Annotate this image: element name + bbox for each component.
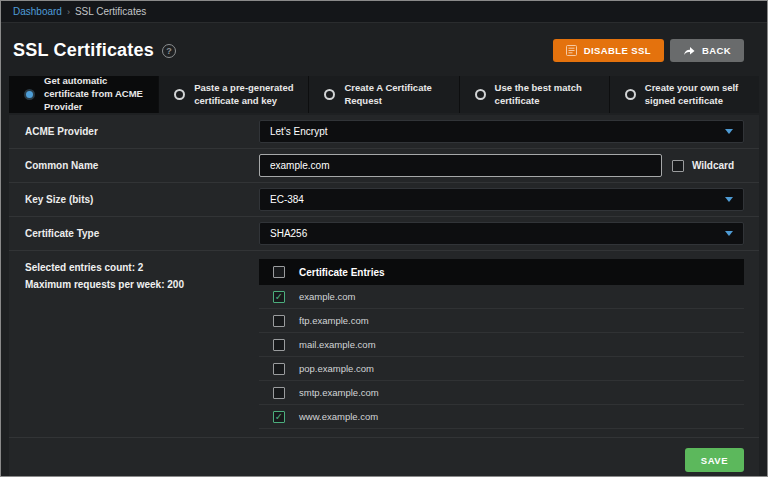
certificate-type-row: Certificate Type SHA256 bbox=[9, 217, 759, 251]
wildcard-checkbox[interactable] bbox=[672, 160, 684, 172]
help-icon[interactable]: ? bbox=[162, 44, 176, 58]
certificate-type-value: SHA256 bbox=[270, 228, 307, 239]
tab-acme-provider[interactable]: Get automatic certificate from ACME Prov… bbox=[9, 76, 159, 113]
tab-label: Paste a pre-generated certificate and ke… bbox=[194, 82, 300, 108]
ssl-form-panel: ACME Provider Let's Encrypt Common Name … bbox=[9, 115, 759, 477]
selected-entries-count: Selected entries count: 2 bbox=[25, 259, 259, 276]
table-row: ftp.example.com bbox=[259, 309, 744, 333]
key-size-label: Key Size (bits) bbox=[25, 194, 259, 205]
breadcrumb-current: SSL Certificates bbox=[75, 6, 146, 17]
table-row: www.example.com bbox=[259, 405, 744, 429]
row-checkbox[interactable] bbox=[273, 411, 285, 423]
row-checkbox[interactable] bbox=[273, 387, 285, 399]
tab-certificate-request[interactable]: Create A Certificate Request bbox=[309, 76, 459, 113]
table-row: smtp.example.com bbox=[259, 381, 744, 405]
breadcrumb-dashboard-link[interactable]: Dashboard bbox=[13, 6, 62, 17]
table-header-row: Certificate Entries bbox=[259, 259, 744, 285]
row-checkbox[interactable] bbox=[273, 315, 285, 327]
tab-best-match[interactable]: Use the best match certificate bbox=[460, 76, 610, 113]
certificate-entries-table: Certificate Entries example.com ftp.exam… bbox=[259, 259, 744, 429]
entry-name: mail.example.com bbox=[299, 339, 376, 350]
tab-label: Create A Certificate Request bbox=[344, 82, 450, 108]
form-footer: SAVE bbox=[9, 438, 759, 477]
disable-ssl-label: DISABLE SSL bbox=[584, 45, 651, 56]
row-checkbox[interactable] bbox=[273, 339, 285, 351]
chevron-down-icon bbox=[725, 197, 733, 202]
radio-unselected-icon bbox=[174, 89, 185, 100]
page-title: SSL Certificates bbox=[13, 40, 154, 61]
back-label: BACK bbox=[702, 45, 731, 56]
entry-name: example.com bbox=[299, 291, 356, 302]
entry-name: pop.example.com bbox=[299, 363, 374, 374]
chevron-down-icon bbox=[725, 231, 733, 236]
table-row: example.com bbox=[259, 285, 744, 309]
acme-provider-label: ACME Provider bbox=[25, 126, 259, 137]
row-checkbox[interactable] bbox=[273, 291, 285, 303]
select-all-checkbox[interactable] bbox=[273, 266, 285, 278]
radio-unselected-icon bbox=[324, 89, 335, 100]
table-header-label: Certificate Entries bbox=[299, 267, 385, 278]
entry-name: www.example.com bbox=[299, 411, 378, 422]
acme-provider-row: ACME Provider Let's Encrypt bbox=[9, 115, 759, 149]
row-checkbox[interactable] bbox=[273, 363, 285, 375]
common-name-row: Common Name Wildcard bbox=[9, 149, 759, 183]
tab-self-signed[interactable]: Create your own self signed certificate bbox=[610, 76, 759, 113]
table-row: pop.example.com bbox=[259, 357, 744, 381]
acme-provider-select[interactable]: Let's Encrypt bbox=[259, 120, 744, 143]
entry-name: ftp.example.com bbox=[299, 315, 369, 326]
certificate-entries-row: Selected entries count: 2 Maximum reques… bbox=[9, 251, 759, 438]
entry-name: smtp.example.com bbox=[299, 387, 379, 398]
certificate-type-select[interactable]: SHA256 bbox=[259, 222, 744, 245]
tab-label: Get automatic certificate from ACME Prov… bbox=[44, 75, 150, 113]
radio-selected-icon bbox=[24, 89, 35, 100]
max-requests-per-week: Maximum requests per week: 200 bbox=[25, 276, 259, 293]
common-name-label: Common Name bbox=[25, 160, 259, 171]
common-name-input[interactable] bbox=[259, 154, 662, 177]
radio-unselected-icon bbox=[475, 89, 486, 100]
save-button[interactable]: SAVE bbox=[685, 448, 744, 472]
key-size-select[interactable]: EC-384 bbox=[259, 188, 744, 211]
tab-label: Create your own self signed certificate bbox=[645, 82, 751, 108]
certificate-method-tabs: Get automatic certificate from ACME Prov… bbox=[9, 76, 759, 113]
chevron-down-icon bbox=[725, 129, 733, 134]
disable-ssl-button[interactable]: DISABLE SSL bbox=[553, 39, 664, 62]
back-button[interactable]: BACK bbox=[670, 39, 744, 62]
certificate-type-label: Certificate Type bbox=[25, 228, 259, 239]
table-row: mail.example.com bbox=[259, 333, 744, 357]
acme-provider-value: Let's Encrypt bbox=[270, 126, 328, 137]
tab-paste-certificate[interactable]: Paste a pre-generated certificate and ke… bbox=[159, 76, 309, 113]
radio-unselected-icon bbox=[625, 89, 636, 100]
page-header: SSL Certificates ? DISABLE SSL BACK bbox=[1, 23, 767, 76]
certificate-icon bbox=[566, 45, 577, 56]
key-size-value: EC-384 bbox=[270, 194, 304, 205]
back-arrow-icon bbox=[683, 46, 695, 56]
breadcrumb: Dashboard › SSL Certificates bbox=[1, 1, 767, 23]
wildcard-label: Wildcard bbox=[692, 160, 734, 171]
breadcrumb-separator: › bbox=[67, 7, 70, 17]
tab-label: Use the best match certificate bbox=[495, 82, 601, 108]
key-size-row: Key Size (bits) EC-384 bbox=[9, 183, 759, 217]
